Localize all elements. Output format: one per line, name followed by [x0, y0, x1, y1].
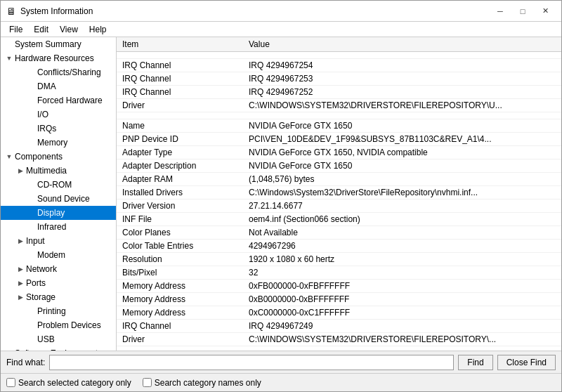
- expander-memory: [26, 137, 37, 148]
- title-bar: 🖥 System Information ─ □ ✕: [1, 1, 561, 22]
- col-header-item: Item: [117, 37, 243, 52]
- expander-infrared: [26, 221, 37, 233]
- sidebar-item-infrared[interactable]: Infrared: [1, 220, 116, 234]
- detail-value: 32: [243, 266, 561, 280]
- main-content: System Summary ▼ Hardware Resources Conf…: [1, 37, 561, 351]
- menu-bar: File Edit View Help: [1, 22, 561, 37]
- expander-usb: [26, 334, 37, 345]
- detail-item: PNP Device ID: [117, 133, 243, 146]
- detail-value: C:\Windows\System32\DriverStore\FileRepo…: [243, 186, 561, 200]
- sidebar-item-usb[interactable]: USB: [1, 332, 116, 346]
- sidebar-item-problem-devices[interactable]: Problem Devices: [1, 318, 116, 332]
- menu-help[interactable]: Help: [84, 23, 112, 36]
- detail-value: PCI\VEN_10DE&DEV_1F99&SUBSYS_87B1103C&RE…: [243, 133, 561, 146]
- table-row: Memory Address 0xC0000000-0xC1FFFFFF: [117, 306, 561, 320]
- detail-item: Memory Address: [117, 293, 243, 306]
- search-selected-text: Search selected category only: [18, 378, 131, 388]
- window-title: System Information: [20, 6, 93, 16]
- table-row: [117, 52, 561, 59]
- sidebar-item-ports[interactable]: ▶ Ports: [1, 276, 116, 290]
- close-find-button[interactable]: Close Find: [497, 355, 556, 370]
- expander-conflicts: [26, 67, 37, 78]
- search-selected-label[interactable]: Search selected category only: [6, 378, 131, 388]
- detail-item: IRQ Channel: [117, 59, 243, 72]
- detail-value: IRQ 4294967254: [243, 59, 561, 72]
- main-window: 🖥 System Information ─ □ ✕ File Edit Vie…: [0, 0, 562, 392]
- detail-value: 0xB0000000-0xBFFFFFFF: [243, 293, 561, 306]
- detail-item: IRQ Channel: [117, 72, 243, 86]
- detail-table: Item Value IRQ Channel IRQ 4294967254 IR…: [117, 37, 561, 346]
- search-names-label[interactable]: Search category names only: [143, 378, 261, 388]
- find-button[interactable]: Find: [458, 355, 492, 370]
- expander-irqs: [26, 123, 37, 134]
- minimize-button[interactable]: ─: [490, 4, 511, 18]
- menu-edit[interactable]: Edit: [28, 23, 54, 36]
- detail-item: Driver Version: [117, 200, 243, 213]
- sidebar-item-multimedia[interactable]: ▶ Multimedia: [1, 164, 116, 178]
- sidebar-item-display[interactable]: Display: [1, 206, 116, 220]
- expander-network: ▶: [15, 263, 26, 275]
- detail-value: 1920 x 1080 x 60 hertz: [243, 253, 561, 266]
- detail-value: 0xFB000000-0xFBFFFFFF: [243, 280, 561, 293]
- detail-value: NVIDIA GeForce GTX 1650, NVIDIA compatib…: [243, 146, 561, 159]
- detail-value: 27.21.14.6677: [243, 200, 561, 213]
- tree-pane[interactable]: System Summary ▼ Hardware Resources Conf…: [1, 37, 117, 351]
- sidebar-item-network[interactable]: ▶ Network: [1, 262, 116, 276]
- detail-value: 4294967296: [243, 240, 561, 253]
- close-button[interactable]: ✕: [535, 4, 556, 18]
- sidebar-item-irqs[interactable]: IRQs: [1, 122, 116, 136]
- expander-printing: [26, 306, 37, 317]
- find-input[interactable]: [49, 355, 454, 370]
- expander-modem: [26, 249, 37, 261]
- sidebar-item-printing[interactable]: Printing: [1, 304, 116, 318]
- sidebar-item-modem[interactable]: Modem: [1, 248, 116, 262]
- table-row: Color Planes Not Available: [117, 226, 561, 240]
- search-selected-checkbox[interactable]: [6, 378, 15, 387]
- expander-system-summary: [4, 39, 15, 50]
- sidebar-item-system-summary[interactable]: System Summary: [1, 37, 116, 51]
- table-row: Driver C:\WINDOWS\SYSTEM32\DRIVERSTORE\F…: [117, 333, 561, 346]
- table-row: Adapter Description NVIDIA GeForce GTX 1…: [117, 159, 561, 173]
- maximize-button[interactable]: □: [512, 4, 533, 18]
- sidebar-item-storage[interactable]: ▶ Storage: [1, 290, 116, 304]
- sidebar-item-input[interactable]: ▶ Input: [1, 234, 116, 248]
- detail-value: C:\WINDOWS\SYSTEM32\DRIVERSTORE\FILEREPO…: [243, 333, 561, 346]
- menu-view[interactable]: View: [54, 23, 84, 36]
- detail-value: oem4.inf (Section066 section): [243, 213, 561, 226]
- expander-hardware-resources: ▼: [4, 53, 15, 64]
- search-names-checkbox[interactable]: [143, 378, 152, 387]
- detail-item: Bits/Pixel: [117, 266, 243, 280]
- sidebar-item-hardware-resources[interactable]: ▼ Hardware Resources: [1, 51, 116, 65]
- sidebar-item-cd-rom[interactable]: CD-ROM: [1, 178, 116, 192]
- sidebar-item-io[interactable]: I/O: [1, 107, 116, 122]
- sidebar-item-sound-device[interactable]: Sound Device: [1, 192, 116, 206]
- detail-item: Color Table Entries: [117, 240, 243, 253]
- col-header-value: Value: [243, 37, 561, 52]
- sidebar-item-components[interactable]: ▼ Components: [1, 150, 116, 164]
- detail-value: IRQ 4294967249: [243, 320, 561, 333]
- detail-item: Driver: [117, 333, 243, 346]
- menu-file[interactable]: File: [4, 23, 28, 36]
- detail-item: Adapter Description: [117, 159, 243, 173]
- table-row: IRQ Channel IRQ 4294967254: [117, 59, 561, 72]
- sidebar-item-dma[interactable]: DMA: [1, 79, 116, 93]
- table-row: IRQ Channel IRQ 4294967252: [117, 86, 561, 99]
- detail-value: NVIDIA GeForce GTX 1650: [243, 159, 561, 173]
- table-row: Driver C:\WINDOWS\SYSTEM32\DRIVERSTORE\F…: [117, 99, 561, 112]
- table-row: [117, 112, 561, 119]
- detail-value: C:\WINDOWS\SYSTEM32\DRIVERSTORE\FILEREPO…: [243, 99, 561, 112]
- detail-item: Color Planes: [117, 226, 243, 240]
- table-row: IRQ Channel IRQ 4294967253: [117, 72, 561, 86]
- expander-input: ▶: [15, 235, 26, 247]
- table-row: Installed Drivers C:\Windows\System32\Dr…: [117, 186, 561, 200]
- detail-pane: Item Value IRQ Channel IRQ 4294967254 IR…: [117, 37, 561, 351]
- table-row: Memory Address 0xB0000000-0xBFFFFFFF: [117, 293, 561, 306]
- expander-multimedia: ▶: [15, 165, 26, 176]
- detail-item: Resolution: [117, 253, 243, 266]
- detail-item: Memory Address: [117, 306, 243, 320]
- sidebar-item-memory[interactable]: Memory: [1, 136, 116, 150]
- sidebar-item-conflicts-sharing[interactable]: Conflicts/Sharing: [1, 65, 116, 79]
- sidebar-item-forced-hardware[interactable]: Forced Hardware: [1, 93, 116, 107]
- detail-item: Installed Drivers: [117, 186, 243, 200]
- detail-item: Name: [117, 119, 243, 133]
